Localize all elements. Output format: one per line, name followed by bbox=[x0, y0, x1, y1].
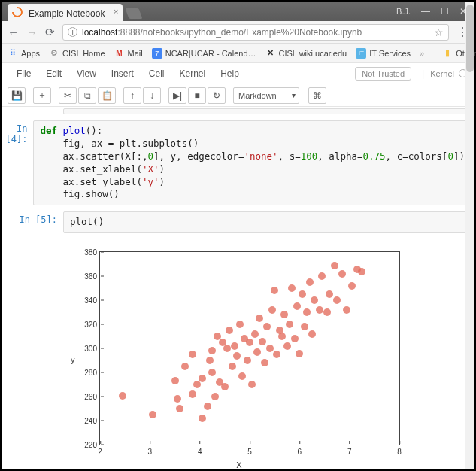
save-button[interactable]: 💾 bbox=[8, 87, 26, 104]
plot-area: 2202402602803003203403603802345678 bbox=[99, 251, 400, 445]
code-input[interactable]: def plot(): fig, ax = plt.subplots() ax.… bbox=[33, 120, 471, 205]
data-point bbox=[199, 375, 206, 382]
code-input[interactable]: plot() bbox=[63, 211, 471, 233]
tab-close-icon[interactable]: × bbox=[114, 7, 118, 16]
folder-icon: ▮ bbox=[442, 48, 453, 59]
data-point bbox=[204, 403, 211, 410]
jupyter-toolbar: 💾 ＋ ✂ ⧉ 📋 ↑ ↓ ▶| ■ ↻ Markdown bbox=[2, 84, 474, 107]
data-point bbox=[221, 383, 229, 390]
bookmark-cisl-home[interactable]: ⚙CISL Home bbox=[49, 48, 105, 59]
y-tick: 240 bbox=[84, 417, 100, 425]
cut-button[interactable]: ✂ bbox=[59, 87, 77, 104]
data-point bbox=[238, 372, 246, 380]
menu-insert[interactable]: Insert bbox=[104, 68, 141, 79]
y-axis-label: y bbox=[71, 355, 75, 364]
gmail-icon: M bbox=[114, 48, 125, 59]
menu-edit[interactable]: Edit bbox=[38, 68, 69, 79]
kernel-indicator: Kernel bbox=[430, 69, 467, 78]
data-point bbox=[296, 350, 303, 357]
y-tick: 340 bbox=[84, 296, 100, 305]
browser-urlbar: ← → ⟳ i localhost:8888/notebooks/ipython… bbox=[2, 21, 474, 44]
move-down-button[interactable]: ↓ bbox=[143, 87, 161, 104]
x-axis-label: X bbox=[236, 460, 241, 469]
it-icon: IT bbox=[356, 48, 366, 59]
browser-titlebar: Example Notebook × B.J. — ☐ ✕ bbox=[2, 2, 474, 21]
menu-help[interactable]: Help bbox=[213, 68, 247, 79]
browser-tab[interactable]: Example Notebook × bbox=[8, 4, 123, 21]
copy-button[interactable]: ⧉ bbox=[78, 87, 96, 104]
command-palette-button[interactable]: ⌘ bbox=[308, 87, 326, 104]
data-point bbox=[268, 306, 276, 314]
cell-type-select[interactable]: Markdown bbox=[233, 87, 299, 104]
scatter-chart: 2202402602803003203403603802345678 y X bbox=[66, 247, 412, 469]
add-cell-button[interactable]: ＋ bbox=[33, 87, 51, 104]
site-info-icon[interactable]: i bbox=[68, 27, 77, 37]
data-point bbox=[266, 345, 274, 352]
maximize-icon[interactable]: ☐ bbox=[441, 6, 449, 17]
code-input[interactable] bbox=[63, 108, 471, 114]
menu-kernel[interactable]: Kernel bbox=[172, 68, 214, 79]
bookmark-star-icon[interactable]: ☆ bbox=[434, 26, 444, 38]
cell-prompt bbox=[5, 108, 63, 114]
x-tick: 2 bbox=[98, 445, 102, 456]
cell-prompt: In [4]: bbox=[5, 120, 33, 205]
data-point bbox=[316, 306, 323, 314]
move-up-button[interactable]: ↑ bbox=[123, 87, 141, 104]
data-point bbox=[308, 330, 316, 338]
data-point bbox=[181, 363, 189, 370]
data-point bbox=[246, 339, 253, 346]
data-point bbox=[271, 287, 278, 294]
data-point bbox=[278, 333, 286, 340]
bookmark-apps[interactable]: ⠿Apps bbox=[8, 48, 40, 59]
data-point bbox=[306, 278, 314, 286]
bookmark-wiki[interactable]: ✕CISL wiki.ucar.edu bbox=[265, 48, 347, 59]
data-point bbox=[343, 306, 350, 314]
menu-view[interactable]: View bbox=[69, 68, 104, 79]
data-point bbox=[189, 351, 196, 358]
data-point bbox=[288, 284, 296, 292]
notebook-body[interactable]: In [4]: def plot(): fig, ax = plt.subplo… bbox=[2, 107, 474, 469]
data-point bbox=[206, 357, 214, 364]
x-tick: 8 bbox=[397, 445, 402, 456]
run-button[interactable]: ▶| bbox=[168, 87, 186, 104]
interrupt-button[interactable]: ■ bbox=[188, 87, 206, 104]
not-trusted-button[interactable]: Not Trusted bbox=[355, 67, 411, 81]
bookmark-ncar[interactable]: 7NCAR|UCAR - Calend… bbox=[152, 48, 256, 59]
apps-icon: ⠿ bbox=[8, 48, 18, 59]
data-point bbox=[251, 330, 259, 338]
new-tab-button[interactable] bbox=[126, 8, 143, 19]
paste-button[interactable]: 📋 bbox=[98, 87, 116, 104]
url-field[interactable]: i localhost:8888/notebooks/ipython_demo/… bbox=[62, 24, 449, 41]
x-tick: 5 bbox=[247, 445, 252, 456]
data-point bbox=[326, 290, 333, 298]
user-badge[interactable]: B.J. bbox=[396, 7, 411, 16]
data-point bbox=[149, 411, 156, 418]
minimize-icon[interactable]: — bbox=[421, 6, 430, 17]
data-point bbox=[236, 321, 244, 328]
scrollbar[interactable] bbox=[465, 107, 474, 469]
data-point bbox=[208, 347, 216, 354]
url-host: localhost bbox=[82, 27, 117, 38]
data-point bbox=[223, 345, 231, 352]
reload-icon[interactable]: ⟳ bbox=[45, 26, 55, 39]
data-point bbox=[303, 308, 311, 316]
cell-output: 2202402602803003203403603802345678 y X bbox=[63, 239, 471, 469]
data-point bbox=[358, 268, 365, 275]
jupyter-favicon bbox=[10, 5, 25, 20]
bookmark-mail[interactable]: MMail bbox=[114, 48, 143, 59]
y-tick: 320 bbox=[84, 321, 100, 329]
y-tick: 260 bbox=[84, 393, 100, 401]
data-point bbox=[333, 296, 341, 304]
data-point bbox=[311, 296, 318, 304]
data-point bbox=[293, 302, 301, 310]
back-icon[interactable]: ← bbox=[8, 26, 19, 38]
data-point bbox=[233, 352, 241, 360]
forward-icon[interactable]: → bbox=[26, 26, 38, 38]
bookmark-it[interactable]: ITIT Services bbox=[356, 48, 411, 59]
y-tick: 300 bbox=[84, 345, 100, 353]
menu-file[interactable]: File bbox=[9, 68, 38, 79]
restart-button[interactable]: ↻ bbox=[208, 87, 226, 104]
x-tick: 6 bbox=[298, 445, 302, 456]
bookmark-overflow[interactable]: » bbox=[420, 49, 424, 58]
menu-cell[interactable]: Cell bbox=[141, 68, 172, 79]
